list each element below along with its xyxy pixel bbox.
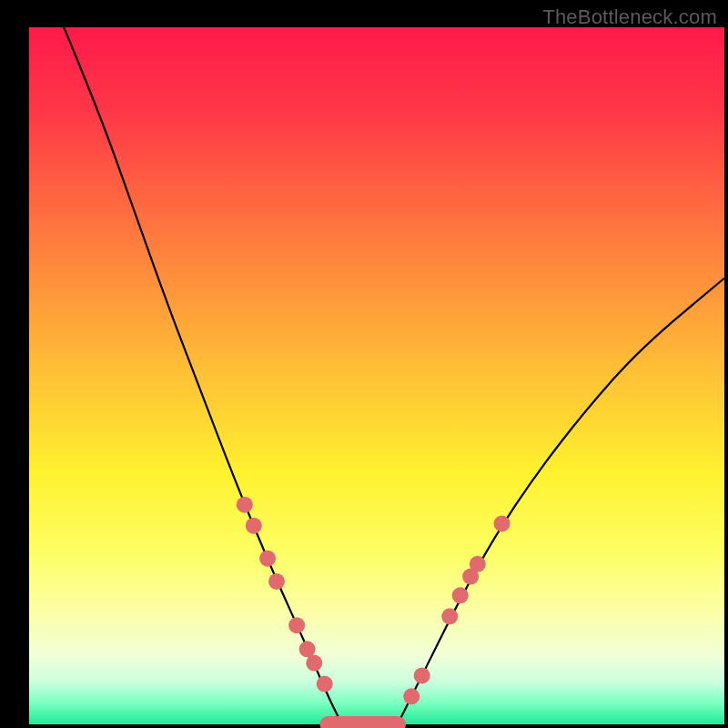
data-marker	[306, 655, 322, 672]
data-marker	[299, 641, 316, 657]
data-marker	[494, 515, 511, 531]
watermark-text: TheBottleneck.com	[542, 5, 717, 29]
data-marker	[403, 688, 420, 704]
data-marker	[470, 556, 486, 572]
chart-container: TheBottleneck.com	[0, 0, 728, 728]
chart-svg	[0, 0, 728, 728]
data-marker	[246, 518, 262, 534]
data-marker	[288, 617, 305, 633]
data-marker	[452, 587, 469, 603]
data-marker	[268, 573, 285, 590]
data-marker	[441, 608, 458, 624]
data-marker	[317, 676, 333, 693]
data-marker	[259, 551, 276, 567]
data-marker	[237, 497, 253, 513]
data-marker	[414, 667, 430, 683]
chart-background	[29, 27, 724, 724]
